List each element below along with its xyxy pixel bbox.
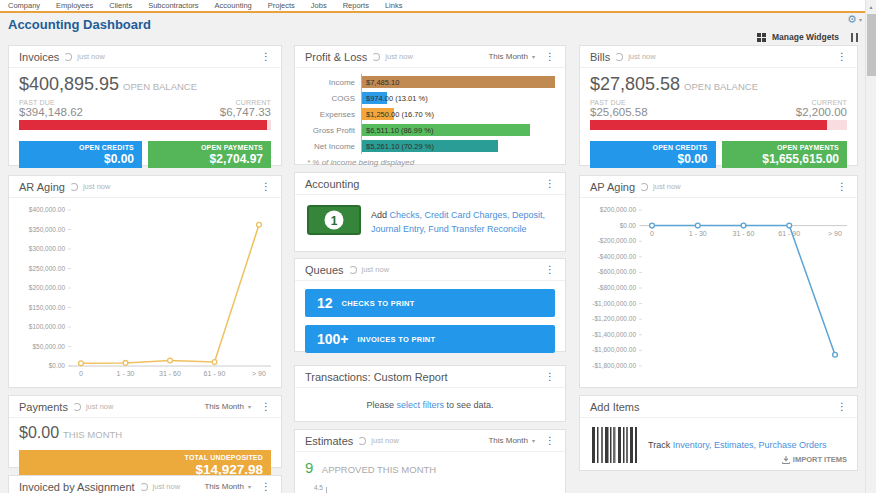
chevron-down-icon: ▾ bbox=[532, 54, 535, 60]
open-credits-box[interactable]: OPEN CREDITS $0.00 bbox=[590, 141, 716, 168]
open-credits-label: OPEN CREDITS bbox=[598, 144, 708, 151]
accounting-action-links[interactable]: Checks, Credit Card Charges, Deposit, Jo… bbox=[371, 210, 545, 234]
ap-aging-header: AP Aging just now ⋮ bbox=[580, 176, 857, 198]
nav-employees[interactable]: Employees bbox=[56, 1, 93, 10]
current-value: $2,200.00 bbox=[796, 106, 847, 118]
kebab-menu-icon[interactable]: ⋮ bbox=[545, 436, 555, 446]
kebab-menu-icon[interactable]: ⋮ bbox=[837, 52, 847, 62]
svg-text:$200,000.00: $200,000.00 bbox=[600, 206, 637, 213]
accounting-widget: Accounting ⋮ 1 Add Checks, Credit Card C… bbox=[294, 172, 566, 252]
svg-text:$150,000.00: $150,000.00 bbox=[29, 304, 66, 311]
pause-icon[interactable] bbox=[851, 33, 858, 42]
svg-text:-$1,400,000.00: -$1,400,000.00 bbox=[592, 331, 636, 338]
nav-reports[interactable]: Reports bbox=[343, 1, 369, 10]
kebab-menu-icon[interactable]: ⋮ bbox=[545, 52, 555, 62]
open-credits-box[interactable]: OPEN CREDITS $0.00 bbox=[19, 141, 142, 168]
payments-header: Payments just now This Month ▾ ⋮ bbox=[9, 396, 281, 418]
kebab-menu-icon[interactable]: ⋮ bbox=[545, 265, 555, 275]
kebab-menu-icon[interactable]: ⋮ bbox=[261, 402, 271, 412]
page-scrollbar[interactable]: ▲ bbox=[865, 0, 876, 493]
open-payments-label: OPEN PAYMENTS bbox=[730, 144, 840, 151]
invoiced-by-assignment-widget: Invoiced by Assignment just now This Mon… bbox=[8, 475, 282, 493]
widget-title: Accounting bbox=[305, 178, 359, 190]
last-updated: just now bbox=[362, 265, 390, 274]
svg-text:61 - 90: 61 - 90 bbox=[204, 370, 226, 377]
svg-text:$0.00: $0.00 bbox=[49, 362, 66, 369]
grid-icon bbox=[757, 33, 766, 42]
transactions-header: Transactions: Custom Report ⋮ bbox=[295, 366, 565, 388]
svg-text:$200,000.00: $200,000.00 bbox=[29, 284, 66, 291]
refresh-icon[interactable] bbox=[64, 53, 72, 61]
widget-title: Add Items bbox=[590, 401, 640, 413]
nav-clients[interactable]: Clients bbox=[109, 1, 132, 10]
kebab-menu-icon[interactable]: ⋮ bbox=[261, 52, 271, 62]
select-filters-link[interactable]: select filters bbox=[396, 400, 444, 410]
gear-icon: ⚙ bbox=[847, 14, 857, 25]
import-items-button[interactable]: IMPORT ITEMS bbox=[782, 455, 847, 464]
refresh-icon[interactable] bbox=[70, 183, 78, 191]
last-updated: just now bbox=[385, 52, 413, 61]
transactions-message: Please select filters to see data. bbox=[295, 388, 565, 422]
refresh-icon[interactable] bbox=[349, 266, 357, 274]
queue-label: CHECKS TO PRINT bbox=[342, 299, 415, 308]
refresh-icon[interactable] bbox=[73, 403, 81, 411]
ar-aging-header: AR Aging just now ⋮ bbox=[9, 176, 281, 198]
period-dropdown[interactable]: This Month bbox=[204, 482, 244, 491]
refresh-icon[interactable] bbox=[640, 183, 648, 191]
pl-bar-row: COGS$974.00 (13.01 %) bbox=[305, 90, 555, 106]
last-updated: just now bbox=[83, 182, 111, 191]
past-due-bar-fill bbox=[19, 120, 267, 130]
refresh-icon[interactable] bbox=[372, 53, 380, 61]
checks-to-print-button[interactable]: 12 CHECKS TO PRINT bbox=[305, 289, 555, 317]
barcode-icon bbox=[592, 427, 638, 463]
open-payments-label: OPEN PAYMENTS bbox=[156, 144, 263, 151]
bill-number: 1 bbox=[325, 211, 344, 230]
nav-accounting[interactable]: Accounting bbox=[215, 1, 252, 10]
undeposited-label: TOTAL UNDEPOSITED bbox=[27, 454, 263, 461]
refresh-icon[interactable] bbox=[140, 483, 148, 491]
approved-count-label: APPROVED THIS MONTH bbox=[322, 464, 436, 475]
svg-text:0: 0 bbox=[650, 230, 654, 237]
refresh-icon[interactable] bbox=[615, 53, 623, 61]
nav-jobs[interactable]: Jobs bbox=[311, 1, 327, 10]
past-due-value: $25,605.58 bbox=[590, 106, 648, 118]
nav-company[interactable]: Company bbox=[8, 1, 40, 10]
pl-bar-row: Income$7,485.10 bbox=[305, 74, 555, 90]
chevron-down-icon: ▾ bbox=[248, 404, 251, 410]
transactions-widget: Transactions: Custom Report ⋮ Please sel… bbox=[294, 365, 566, 422]
open-payments-box[interactable]: OPEN PAYMENTS $1,655,615.00 bbox=[722, 141, 848, 168]
nav-links[interactable]: Links bbox=[385, 1, 403, 10]
profit-loss-chart: Income$7,485.10COGS$974.00 (13.01 %)Expe… bbox=[305, 74, 555, 154]
nav-projects[interactable]: Projects bbox=[268, 1, 295, 10]
kebab-menu-icon[interactable]: ⋮ bbox=[837, 402, 847, 412]
open-payments-value: $1,655,615.00 bbox=[730, 152, 840, 166]
period-dropdown[interactable]: This Month bbox=[204, 402, 244, 411]
widget-title: Invoiced by Assignment bbox=[19, 481, 135, 493]
kebab-menu-icon[interactable]: ⋮ bbox=[261, 482, 271, 492]
kebab-menu-icon[interactable]: ⋮ bbox=[545, 179, 555, 189]
svg-text:-$200,000.00: -$200,000.00 bbox=[598, 237, 637, 244]
open-payments-value: $2,704.97 bbox=[156, 152, 263, 166]
invoices-to-print-button[interactable]: 100+ INVOICES TO PRINT bbox=[305, 325, 555, 353]
svg-text:0: 0 bbox=[79, 370, 83, 377]
scrollbar-thumb[interactable] bbox=[867, 14, 876, 76]
open-payments-box[interactable]: OPEN PAYMENTS $2,704.97 bbox=[148, 141, 271, 168]
manage-widgets-button[interactable]: Manage Widgets bbox=[772, 32, 839, 42]
add-items-links[interactable]: Inventory, Estimates, Purchase Orders bbox=[673, 440, 827, 450]
pl-bar-row: Expenses$1,250.00 (16.70 %) bbox=[305, 106, 555, 122]
accounting-body: 1 Add Checks, Credit Card Charges, Depos… bbox=[295, 195, 565, 246]
nav-subcontractors[interactable]: Subcontractors bbox=[148, 1, 198, 10]
queues-header: Queues just now ⋮ bbox=[295, 259, 565, 281]
settings-menu[interactable]: ⚙ ▾ bbox=[847, 14, 862, 25]
kebab-menu-icon[interactable]: ⋮ bbox=[261, 182, 271, 192]
kebab-menu-icon[interactable]: ⋮ bbox=[837, 182, 847, 192]
kebab-menu-icon[interactable]: ⋮ bbox=[545, 372, 555, 382]
refresh-icon[interactable] bbox=[358, 437, 366, 445]
widget-title: Payments bbox=[19, 401, 68, 413]
period-dropdown[interactable]: This Month bbox=[488, 436, 528, 445]
payments-widget: Payments just now This Month ▾ ⋮ $0.00 T… bbox=[8, 395, 282, 468]
period-dropdown[interactable]: This Month bbox=[488, 52, 528, 61]
scroll-up-arrow[interactable]: ▲ bbox=[866, 0, 876, 10]
last-updated: just now bbox=[653, 182, 681, 191]
ap-aging-widget: AP Aging just now ⋮ $200,000.00$0.00-$20… bbox=[579, 175, 858, 388]
